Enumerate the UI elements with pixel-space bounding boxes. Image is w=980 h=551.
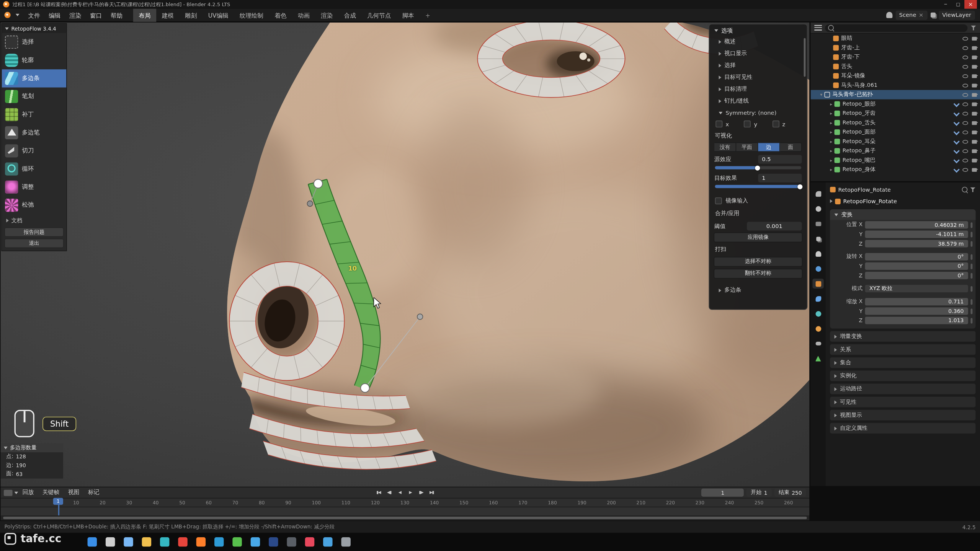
blender-app-menu-button[interactable] [0, 12, 24, 18]
workspace-tab[interactable]: 几何节点 [361, 8, 396, 21]
disable-in-renders-icon[interactable] [972, 93, 977, 96]
retopoflow-tool-button[interactable]: 松弛 [2, 196, 66, 214]
tool-tab[interactable] [812, 189, 823, 199]
number-field[interactable]: -4.1011 m [865, 230, 968, 238]
options-section-header[interactable]: 视口显示 [709, 47, 807, 59]
modifier-wrench-icon[interactable] [954, 120, 960, 126]
world-tab[interactable] [812, 264, 823, 274]
visualization-mode-button[interactable]: 面 [780, 142, 802, 152]
expand-icon[interactable] [828, 139, 834, 144]
number-field[interactable]: 0.46032 m [865, 221, 968, 229]
previous-keyframe-button[interactable]: ◀▮ [384, 488, 394, 497]
retopoflow-tool-button[interactable]: 选择 [2, 33, 66, 51]
animate-property-icon[interactable] [971, 263, 973, 269]
properties-section-header[interactable]: 视图显示 [830, 410, 975, 421]
disable-in-renders-icon[interactable] [972, 149, 977, 153]
hide-in-viewport-icon[interactable] [962, 93, 968, 96]
hide-in-viewport-icon[interactable] [962, 102, 968, 106]
timeline-scrollbar[interactable] [1, 515, 810, 520]
properties-section-header[interactable]: 实例化 [830, 370, 975, 381]
hide-in-viewport-icon[interactable] [962, 37, 968, 41]
disable-in-renders-icon[interactable] [972, 111, 977, 115]
menu-item[interactable]: 文件 [24, 10, 44, 20]
retopoflow-tool-button[interactable]: 补丁 [2, 106, 66, 124]
workspace-tab[interactable]: UV编辑 [203, 8, 234, 21]
timeline-track[interactable] [1, 507, 810, 516]
current-frame-badge[interactable]: 1 [53, 498, 63, 505]
object-data-tab[interactable] [812, 354, 823, 364]
disable-in-renders-icon[interactable] [972, 55, 977, 59]
modifier-wrench-icon[interactable] [954, 166, 960, 173]
modifier-wrench-icon[interactable] [954, 129, 960, 135]
animate-property-icon[interactable] [971, 222, 973, 228]
hide-in-viewport-icon[interactable] [962, 158, 968, 162]
disable-in-renders-icon[interactable] [972, 83, 977, 87]
retopoflow-tool-button[interactable]: 轮廓 [2, 51, 66, 69]
menu-item[interactable]: 编辑 [44, 10, 65, 20]
outliner-row[interactable]: Retopo_耳朵 [811, 137, 980, 146]
photoshop-app-icon[interactable] [269, 537, 278, 546]
outliner-row[interactable]: Retopo_眼部 [811, 99, 980, 109]
close-button[interactable] [964, 0, 977, 9]
options-section-header[interactable]: 概述 [709, 36, 807, 47]
number-field[interactable]: 1.013 [865, 317, 968, 324]
number-field[interactable]: XYZ 欧拉 [865, 285, 968, 292]
physics-tab[interactable] [812, 324, 823, 334]
retopoflow-tool-button[interactable]: 多边条 [2, 69, 66, 87]
mirror-input-toggle[interactable]: 镜像输入 [709, 192, 807, 206]
expand-icon[interactable] [828, 111, 834, 116]
number-field[interactable]: 38.579 m [865, 240, 968, 248]
target-effect-field[interactable]: 1 [758, 174, 802, 183]
scene-selector[interactable]: Scene [895, 10, 927, 20]
disable-in-renders-icon[interactable] [972, 140, 977, 143]
source-effect-slider[interactable] [715, 166, 801, 169]
outliner-row[interactable]: 马头青年-已拓扑 [811, 90, 980, 99]
flip-asymmetric-button[interactable]: 翻转不对称 [714, 269, 802, 279]
expand-icon[interactable] [828, 167, 834, 172]
options-section-header[interactable]: 目标清理 [709, 83, 807, 95]
docs-section-header[interactable]: 文档 [2, 215, 66, 225]
outliner-row[interactable]: 耳朵-镜像 [811, 71, 980, 80]
number-field[interactable]: 0.711 [865, 298, 968, 306]
output-tab[interactable] [812, 218, 823, 228]
search-icon[interactable] [962, 187, 968, 192]
play-reverse-button[interactable]: ◀ [395, 488, 404, 497]
hide-in-viewport-icon[interactable] [962, 140, 968, 143]
disable-in-renders-icon[interactable] [972, 102, 977, 106]
next-keyframe-button[interactable]: ▮▶ [416, 488, 425, 497]
hide-in-viewport-icon[interactable] [962, 74, 968, 78]
outliner-row[interactable]: Retopo_舌头 [811, 118, 980, 127]
outliner-row[interactable]: Retopo_牙齿 [811, 109, 980, 118]
current-frame-field[interactable]: 1 [701, 489, 744, 497]
modifier-wrench-icon[interactable] [954, 110, 960, 116]
hide-in-viewport-icon[interactable] [962, 55, 968, 59]
outliner-editor-icon[interactable] [814, 25, 822, 31]
jump-to-end-button[interactable]: ▶▮ [427, 488, 436, 497]
outliner-row[interactable]: 眼睛 [811, 34, 980, 43]
outliner-row[interactable]: Retopo_鼻子 [811, 146, 980, 155]
view-layer-selector[interactable]: ViewLayer [939, 10, 975, 20]
qq-app-icon[interactable] [251, 537, 260, 546]
hide-in-viewport-icon[interactable] [962, 168, 968, 171]
options-section-header[interactable]: 钉扎/缝线 [709, 95, 807, 107]
symmetry-axis-toggle[interactable]: x [715, 121, 744, 127]
animate-property-icon[interactable] [971, 241, 973, 246]
options-panel-header[interactable]: 选项 [709, 26, 807, 36]
maximize-button[interactable] [952, 0, 965, 9]
hide-in-viewport-icon[interactable] [962, 149, 968, 153]
visualization-mode-button[interactable]: 平面 [736, 142, 758, 152]
disable-in-renders-icon[interactable] [972, 168, 977, 171]
hide-in-viewport-icon[interactable] [962, 46, 968, 50]
symmetry-section-header[interactable]: Symmetry: (none) [709, 107, 807, 119]
workspace-tab[interactable]: 布局 [133, 8, 156, 21]
animate-property-icon[interactable] [971, 231, 973, 237]
workspace-tab[interactable]: 纹理绘制 [234, 8, 269, 21]
timeline-menu[interactable]: 视图 [64, 489, 84, 497]
expand-icon[interactable] [828, 158, 834, 163]
timeline-menu[interactable]: 回放 [18, 489, 38, 497]
modifier-wrench-icon[interactable] [954, 101, 960, 107]
transform-panel-header[interactable]: 变换 [830, 209, 975, 220]
outliner-row[interactable]: Retopo_嘴巴 [811, 156, 980, 165]
menu-item[interactable]: 渲染 [65, 10, 86, 20]
object-tab[interactable] [812, 279, 823, 289]
